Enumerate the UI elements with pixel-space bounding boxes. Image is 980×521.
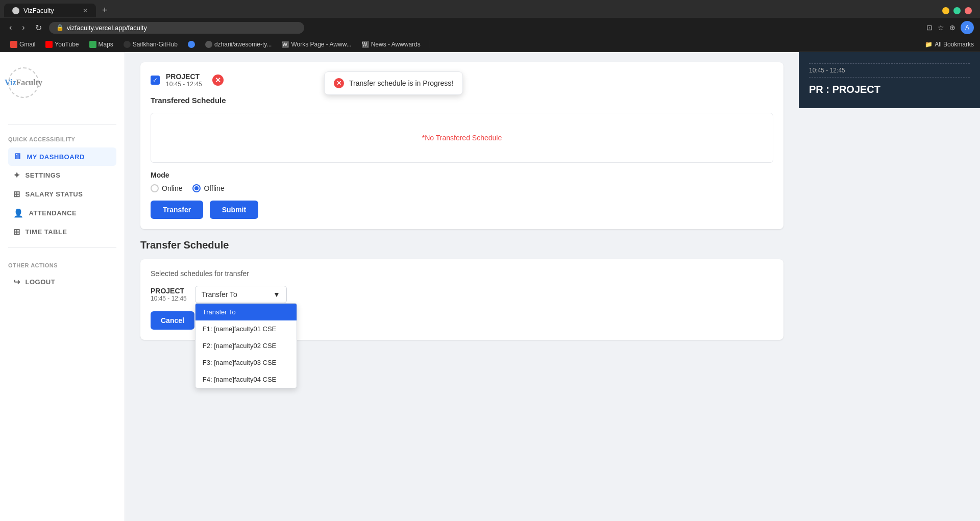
dropdown-option-2[interactable]: F2: [name]faculty02 CSE (195, 337, 297, 354)
nav-bar: ‹ › ↻ 🔒 vizfaculty.vercel.app/faculty ⊡ … (0, 18, 980, 37)
sidebar-item-logout[interactable]: ↪ LOGOUT (8, 272, 116, 291)
forward-button[interactable]: › (19, 22, 28, 33)
tab-favicon (12, 7, 19, 14)
transfer-card: Selected schedules for transfer PROJECT … (140, 259, 783, 340)
cast-icon[interactable]: ⊡ (926, 23, 933, 32)
attendance-icon: 👤 (13, 208, 24, 218)
logout-icon: ↪ (13, 277, 20, 287)
maximize-button[interactable]: □ (953, 7, 961, 14)
gmail-favicon (10, 41, 17, 48)
radio-offline[interactable]: Offline (192, 184, 224, 192)
bookmark-separator (429, 40, 429, 48)
bookmark-maps[interactable]: Maps (85, 39, 117, 49)
window-controls: − □ ✕ (942, 7, 976, 14)
bookmark-github[interactable]: Saifkhan-GitHub (119, 39, 182, 49)
works-favicon: W. (282, 41, 289, 48)
star-icon[interactable]: ☆ (938, 23, 944, 32)
mode-section: Mode Online Offline Transfer Submit (151, 171, 773, 219)
sidebar-item-attendance[interactable]: 👤 ATTENDANCE (8, 204, 116, 222)
back-button[interactable]: ‹ (6, 22, 15, 33)
tooltip-popup: ✕ Transfer schedule is in Progress! (324, 71, 463, 95)
github-label: Saifkhan-GitHub (133, 41, 178, 48)
cancel-button[interactable]: Cancel (151, 311, 194, 330)
transfer-to-dropdown: Transfer To F1: [name]faculty01 CSE F2: … (195, 303, 297, 388)
tab-bar: VizFaculty ✕ + − □ ✕ (0, 0, 980, 18)
no-transfer-message: *No Transfered Schedule (161, 123, 763, 152)
bookmarks-bar: Gmail YouTube Maps Saifkhan-GitHub dzhar… (0, 37, 980, 52)
attendance-label: ATTENDANCE (29, 209, 77, 217)
dropdown-option-1[interactable]: F1: [name]faculty01 CSE (195, 320, 297, 337)
transfer-row: PROJECT 10:45 - 12:45 Transfer To ▼ Tran… (151, 286, 773, 303)
maps-favicon (89, 41, 96, 48)
transferred-title: Transfered Schedule (151, 96, 773, 105)
address-bar[interactable]: 🔒 vizfaculty.vercel.app/faculty (49, 22, 304, 34)
radio-group: Online Offline (151, 184, 773, 192)
profile-icon[interactable]: A (961, 21, 974, 34)
tab-close-button[interactable]: ✕ (83, 7, 88, 14)
settings-icon: ✦ (13, 170, 20, 180)
youtube-favicon (45, 41, 53, 48)
browser-chrome: VizFaculty ✕ + − □ ✕ ‹ › ↻ 🔒 vizfaculty.… (0, 0, 980, 52)
online-label: Online (162, 184, 182, 192)
other-actions-label: OTHER ACTIONS (8, 262, 116, 268)
transfer-section-title: Transfer Schedule (140, 239, 783, 251)
right-panel: 10:45 - 12:45 PR : PROJECT (799, 52, 980, 521)
sidebar-item-settings[interactable]: ✦ SETTINGS (8, 166, 116, 185)
tooltip-text: Transfer schedule is in Progress! (349, 79, 453, 87)
sidebar-item-salary[interactable]: ⊞ SALARY STATUS (8, 185, 116, 204)
bookmark-youtube[interactable]: YouTube (41, 39, 83, 49)
refresh-button[interactable]: ↻ (32, 22, 45, 34)
dropdown-option-0[interactable]: Transfer To (195, 304, 297, 320)
nav-icons: ⊡ ☆ ⊕ A (926, 21, 974, 34)
new-tab-button[interactable]: + (98, 3, 112, 18)
close-window-button[interactable]: ✕ (965, 7, 972, 14)
project-info: PROJECT 10:45 - 12:45 (166, 72, 202, 88)
sidebar-item-timetable[interactable]: ⊞ TIME TABLE (8, 222, 116, 241)
url-text: vizfaculty.vercel.app/faculty (67, 24, 147, 32)
online-radio-circle[interactable] (151, 184, 159, 192)
maps-label: Maps (99, 41, 113, 48)
transfer-project-info: PROJECT 10:45 - 12:45 (151, 287, 187, 302)
transfer-button[interactable]: Transfer (151, 201, 203, 219)
minimize-button[interactable]: − (942, 7, 949, 14)
offline-radio-circle[interactable] (192, 184, 201, 192)
logo-circle: VizFaculty (8, 67, 39, 98)
right-card-label: PR : PROJECT (809, 82, 970, 97)
github-favicon (124, 41, 131, 48)
chevron-down-icon: ▼ (273, 290, 280, 299)
bookmark-gmail[interactable]: Gmail (6, 39, 39, 49)
logout-label: LOGOUT (26, 278, 56, 286)
bookmark-awesome[interactable]: dzharii/awesome-ty... (201, 39, 276, 49)
submit-button[interactable]: Submit (210, 201, 258, 219)
bookmark-news[interactable]: W. News - Awwwards (358, 39, 425, 49)
tooltip-error-icon: ✕ (334, 78, 344, 88)
globe-favicon (188, 41, 195, 48)
all-bookmarks-button[interactable]: 📁 All Bookmarks (925, 41, 974, 48)
timetable-icon: ⊞ (13, 227, 20, 237)
project-checkbox[interactable]: ✓ (151, 76, 160, 85)
sidebar-item-dashboard[interactable]: 🖥 MY DASHBOARD (8, 147, 116, 166)
salary-icon: ⊞ (13, 189, 20, 199)
schedule-card: ✓ PROJECT 10:45 - 12:45 ✕ ✕ Transfer sch… (140, 62, 783, 229)
logo-viz: Viz (5, 78, 16, 87)
gmail-label: Gmail (19, 41, 35, 48)
sidebar-divider-bottom (8, 247, 116, 248)
works-label: Works Page - Awww... (291, 41, 351, 48)
bookmark-globe[interactable] (184, 39, 199, 49)
active-tab[interactable]: VizFaculty ✕ (4, 4, 96, 17)
settings-label: SETTINGS (26, 171, 61, 179)
mode-label: Mode (151, 171, 773, 179)
bookmark-works[interactable]: W. Works Page - Awww... (278, 39, 355, 49)
transfer-to-select[interactable]: Transfer To ▼ (195, 286, 287, 303)
radio-online[interactable]: Online (151, 184, 182, 192)
dropdown-option-3[interactable]: F3: [name]faculty03 CSE (195, 354, 297, 371)
dashboard-label: MY DASHBOARD (27, 153, 85, 161)
select-value: Transfer To (202, 290, 237, 299)
extensions-icon[interactable]: ⊕ (949, 23, 955, 32)
offline-label: Offline (204, 184, 224, 192)
right-card: 10:45 - 12:45 PR : PROJECT (799, 52, 980, 108)
awesome-label: dzharii/awesome-ty... (214, 41, 272, 48)
dropdown-option-4[interactable]: F4: [name]faculty04 CSE (195, 371, 297, 388)
project-close-button[interactable]: ✕ (212, 75, 224, 86)
sidebar-divider-top (8, 125, 116, 125)
